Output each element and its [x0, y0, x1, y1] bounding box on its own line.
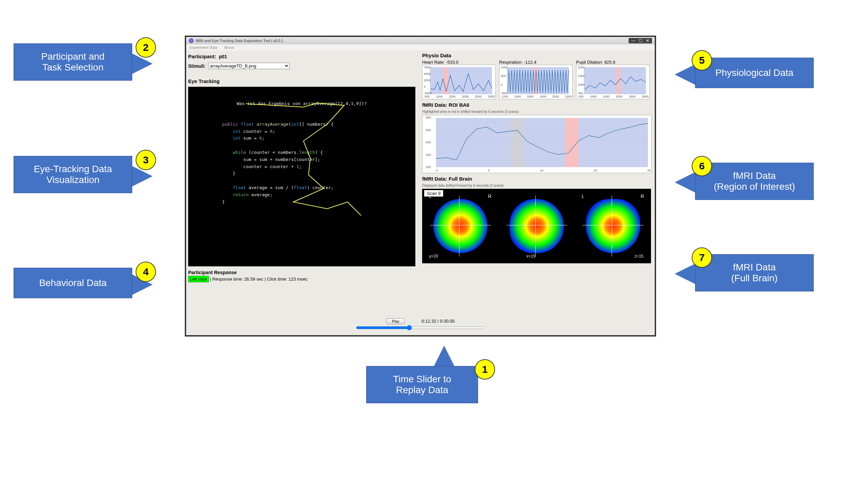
- callout-text: Participant andTask Selection: [41, 51, 105, 73]
- resp-label: Respiration:: [499, 60, 522, 65]
- callout-arrow: [675, 264, 695, 284]
- menu-about[interactable]: About: [224, 45, 234, 49]
- minimize-button[interactable]: —: [631, 38, 635, 43]
- svg-rect-0: [430, 67, 492, 94]
- fmri-full-caption: Displayed data shifted forward by 6 seco…: [422, 184, 653, 187]
- stimuli-label: Stimuli:: [188, 63, 205, 69]
- pupil-block: Pupil Dilation: 925.8 150012501000750 50…: [576, 60, 650, 99]
- close-button[interactable]: ✕: [646, 38, 649, 43]
- left-column: Participant: p01 Stimuli: arrayAverageTD…: [188, 51, 419, 333]
- callout-physio: Physiological Data: [695, 58, 814, 88]
- callout-time-slider: Time Slider toReplay Data: [366, 366, 478, 403]
- fmri-roi-chart: 855850845840835 05101520: [422, 115, 652, 173]
- callout-arrow: [675, 64, 695, 85]
- stimuli-row: Stimuli: arrayAverageTD_B.png: [188, 63, 419, 69]
- badge-6: 6: [692, 156, 712, 176]
- callout-text: Physiological Data: [715, 67, 793, 78]
- badge-7: 7: [692, 247, 712, 268]
- response-section: Participant Response Left click | Respon…: [188, 268, 419, 282]
- fmri-full-heading: fMRI Data: Full Brain: [422, 176, 653, 182]
- callout-text: fMRI Data(Region of Interest): [714, 170, 795, 192]
- coord-y: y=20: [429, 254, 438, 259]
- respiration-block: Respiration: -112.4 10005000-500 1200140…: [499, 60, 573, 99]
- callout-fmri-full: fMRI Data(Full Brain): [695, 254, 814, 291]
- callout-text: fMRI Data(Full Brain): [731, 262, 778, 284]
- app-icon: [189, 38, 194, 43]
- coord-z: z=15: [634, 254, 643, 259]
- stimuli-select[interactable]: arrayAverageTD_B.png: [208, 63, 290, 69]
- maximize-button[interactable]: ☐: [639, 38, 643, 43]
- brain-slice-coronal: L R y=20: [427, 192, 494, 260]
- brain-slice-sagittal: x=15: [503, 192, 571, 260]
- fmri-roi-heading: fMRI Data: ROI BA6: [422, 102, 653, 108]
- right-column: Physio Data Heart Rate: -533.0 750050002…: [422, 51, 653, 333]
- click-label: | Click time:: [264, 277, 289, 282]
- eye-tracking-heading: Eye Tracking: [188, 78, 419, 84]
- app-window: fMRI and Eye-Tracking Data Exploration T…: [185, 36, 656, 337]
- label-R: R: [488, 194, 491, 199]
- brain-slice-viewer: Scan 9 L R y=20 x=15 L R z=15: [422, 189, 651, 263]
- window-title: fMRI and Eye-Tracking Data Exploration T…: [196, 39, 283, 43]
- badge-4: 4: [136, 262, 156, 282]
- respiration-chart: 10005000-500 120014001600180020002200: [499, 65, 573, 99]
- pupil-chart: 150012501000750 50010001500200025003000: [576, 65, 650, 99]
- gaze-path: [242, 100, 385, 243]
- badge-5: 5: [692, 50, 712, 70]
- callout-text: Time Slider toReplay Data: [393, 374, 451, 395]
- participant-row: Participant: p01: [188, 52, 419, 61]
- rt-value: 26.59 sec: [244, 277, 263, 282]
- label-R: R: [640, 194, 644, 199]
- callout-arrow: [434, 346, 454, 366]
- participant-label: Participant:: [188, 54, 216, 59]
- callout-text: Behavioral Data: [39, 278, 106, 288]
- menu-bar: Experiment Data About: [186, 44, 655, 50]
- time-total: 0:30.05: [440, 319, 455, 324]
- callout-arrow: [675, 172, 695, 192]
- badge-3: 3: [136, 150, 156, 170]
- time-sep: /: [436, 319, 440, 324]
- callout-fmri-roi: fMRI Data(Region of Interest): [695, 163, 814, 200]
- svg-rect-5: [616, 67, 620, 94]
- heart-rate-block: Heart Rate: -533.0 7500500025000-2500 50…: [422, 60, 496, 99]
- pupil-value: 925.8: [604, 60, 615, 65]
- resp-value: -112.4: [524, 60, 536, 65]
- label-L: L: [429, 194, 432, 199]
- pupil-label: Pupil Dilation:: [576, 60, 603, 65]
- fmri-roi-caption: Highlighted area in red is shifted forwa…: [422, 110, 653, 114]
- time-slider[interactable]: [356, 325, 485, 330]
- time-current: 0:12.32: [421, 319, 436, 324]
- hr-value: -533.0: [446, 60, 458, 65]
- heart-rate-chart: 7500500025000-2500 500100015002000250030…: [422, 65, 496, 99]
- physio-heading: Physio Data: [422, 53, 653, 58]
- svg-rect-4: [584, 67, 646, 94]
- callout-text: Eye-Tracking DataVisualization: [34, 164, 112, 185]
- callout-eye-tracking: Eye-Tracking DataVisualization: [14, 156, 132, 193]
- brain-slice-axial: L R z=15: [579, 192, 647, 260]
- participant-value: p01: [219, 54, 227, 59]
- label-L: L: [582, 194, 585, 199]
- window-controls: — ☐ ✕: [629, 38, 652, 43]
- rt-label: Response time:: [212, 277, 244, 282]
- hr-label: Heart Rate:: [422, 60, 445, 65]
- title-bar: fMRI and Eye-Tracking Data Exploration T…: [186, 37, 655, 44]
- response-heading: Participant Response: [188, 270, 419, 275]
- callout-participant-task: Participant andTask Selection: [14, 43, 132, 81]
- badge-1: 1: [475, 359, 495, 380]
- response-action: Left click: [188, 276, 209, 282]
- coord-x: x=15: [527, 254, 535, 259]
- badge-2: 2: [136, 37, 156, 58]
- click-value: 123 msec: [289, 277, 308, 282]
- play-button[interactable]: Play: [386, 318, 405, 324]
- callout-behavioral: Behavioral Data: [14, 268, 132, 298]
- physio-charts-row: Heart Rate: -533.0 7500500025000-2500 50…: [422, 60, 653, 99]
- eye-tracking-viewer: Was ist das Ergebnis von arrayAverage([2…: [188, 87, 415, 266]
- playback-row: Play 0:12.32 / 0:30.05: [188, 318, 653, 331]
- menu-experiment-data[interactable]: Experiment Data: [190, 45, 217, 49]
